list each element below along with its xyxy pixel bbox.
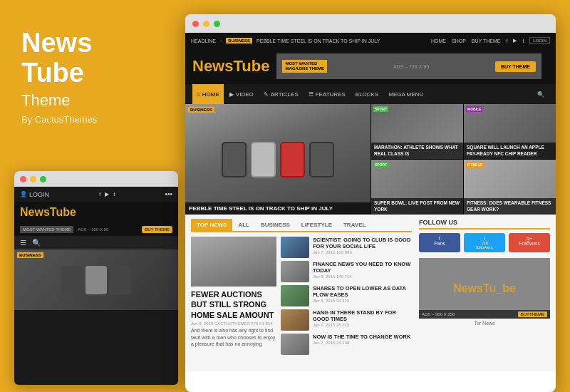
- nav-articles[interactable]: ✎ ARTICLES: [259, 84, 303, 104]
- tab-lifestyle[interactable]: LIFESTYLE: [296, 219, 338, 231]
- hero-card-2[interactable]: MOBILE SQUARE WILL LAUNCH AN APPLE PAY-R…: [464, 104, 556, 159]
- shop-link[interactable]: SHOP: [452, 38, 466, 43]
- small-articles: SCIENTIST: GOING TO CLUB IS GOOD FOR YOU…: [281, 237, 412, 355]
- login-nav[interactable]: LOGIN: [529, 37, 550, 44]
- hero-caption: PEBBLE TIME STEEL IS ON TRACK TO SHIP IN…: [185, 202, 370, 215]
- featured-article[interactable]: FEWER AUCTIONS BUT STILL STRONG HOME SAL…: [191, 237, 276, 351]
- hero-business-tag: BUSINESS: [188, 107, 214, 113]
- small-social-icons: f ▶ t: [99, 191, 115, 197]
- h-watch-3: [280, 142, 305, 177]
- main-content: TOP NEWS ALL BUSINESS LIFESTYLE TRAVEL F…: [191, 219, 412, 367]
- nav-home[interactable]: ⌂ HOME: [192, 84, 224, 104]
- nav-search[interactable]: 🔍: [533, 84, 549, 104]
- business-badge: BUSINESS: [226, 38, 252, 43]
- featured-meta: Jun 8, 2015 CACTUSTHEMES 275 51 814: [191, 321, 276, 326]
- article-2-img: [281, 261, 309, 282]
- tw-follow-btn[interactable]: t 130 followers: [464, 233, 505, 252]
- article-1-title: SCIENTIST: GOING TO CLUB IS GOOD FOR YOU…: [313, 237, 412, 249]
- mobile-tag: MOBILE: [466, 106, 482, 112]
- featured-title: FEWER AUCTIONS BUT STILL STRONG HOME SAL…: [191, 289, 276, 320]
- hero-card-4-title: FITNESS: DOES WEARABLE FITNESS GEAR WORK…: [464, 198, 556, 215]
- article-3-img: [281, 285, 309, 306]
- sidebar-buy-btn[interactable]: BUYTHEME: [518, 311, 547, 317]
- tab-top-news[interactable]: TOP NEWS: [191, 219, 232, 231]
- gp-follow-btn[interactable]: g+ Followers: [509, 233, 550, 252]
- small-ad-bar: MOST WANTED THEME ADS – 320 X 50 BUY THE…: [14, 223, 178, 236]
- article-4-meta: Jun 7, 2015 28 215: [313, 323, 412, 327]
- small-login-btn[interactable]: 👤 LOGIN: [20, 191, 49, 198]
- watch-3: [110, 266, 131, 294]
- featured-img: [191, 237, 276, 287]
- small-nav: ☰ 🔍: [14, 236, 178, 249]
- sport-tag-1: SPORT: [373, 106, 388, 112]
- large-browser: HEADLINE › BUSINESS PEBBLE TIME STEEL IS…: [185, 14, 556, 392]
- articles-icon: ✎: [264, 91, 269, 98]
- article-1-meta: Jun 7, 2015 100 806: [313, 250, 412, 254]
- article-2-title: FINANCE NEWS YOU NEED TO KNOW TODAY: [313, 261, 412, 274]
- headline-text: PEBBLE TIME STEEL IS ON TRACK TO SHIP IN…: [256, 38, 427, 43]
- buy-theme-btn[interactable]: BUY THEME: [495, 61, 536, 72]
- sport-tag-2: SPORT: [373, 162, 388, 167]
- small-titlebar: [14, 171, 178, 187]
- fb-nav[interactable]: f: [506, 38, 507, 43]
- lg-dot-red: [192, 21, 199, 27]
- article-1-img: [281, 237, 309, 258]
- hero-section: BUSINESS PEBBLE TIME STEEL IS ON TRACK T…: [185, 104, 556, 215]
- hamburger-icon[interactable]: ☰: [20, 239, 26, 247]
- headline-label: HEADLINE: [191, 38, 216, 43]
- left-title: News Tube: [21, 29, 164, 88]
- dot-green: [40, 176, 46, 182]
- nav-video[interactable]: ▶ VIDEO: [225, 84, 258, 104]
- tw-icon[interactable]: t: [113, 191, 115, 197]
- hero-card-1-title: MARATHON: ATHLETE SHOWS WHAT REAL CLASS …: [371, 143, 463, 159]
- search-icon: 🔍: [537, 91, 544, 98]
- small-logo: NewsTube: [20, 206, 76, 219]
- hero-card-4[interactable]: FITNESS FITNESS: DOES WEARABLE FITNESS G…: [464, 160, 556, 215]
- fb-icon[interactable]: f: [99, 191, 100, 197]
- nav-blocks[interactable]: BLOCKS: [351, 84, 383, 104]
- more-options[interactable]: •••: [165, 190, 172, 198]
- content-area: TOP NEWS ALL BUSINESS LIFESTYLE TRAVEL F…: [185, 215, 556, 371]
- article-4[interactable]: HANG IN THERE STAND BY FOR GOOD TIMES Ju…: [281, 309, 412, 331]
- yt-nav[interactable]: ▶: [513, 38, 517, 43]
- hero-watches-img: [185, 104, 370, 215]
- hero-card-1[interactable]: SPORT MARATHON: ATHLETE SHOWS WHAT REAL …: [371, 104, 463, 159]
- small-browser: 👤 LOGIN f ▶ t ••• NewsTube MOST WANTED T…: [14, 171, 178, 385]
- small-buy-btn[interactable]: BUY THEME: [142, 226, 172, 233]
- fitness-tag: FITNESS: [466, 162, 484, 167]
- watch-2: [86, 266, 107, 294]
- hero-card-3[interactable]: SPORT SUPER BOWL: LIVE POST FROM NEW YOR…: [371, 160, 463, 215]
- article-1[interactable]: SCIENTIST: GOING TO CLUB IS GOOD FOR YOU…: [281, 237, 412, 258]
- top-nav-links: HOME SHOP BUY THEME f ▶ t LOGIN: [431, 37, 550, 44]
- article-5[interactable]: NOW IS THE TIME TO CHANGE WORK Jun 7, 20…: [281, 334, 412, 355]
- sidebar-ad-logo: NewsTu_be: [453, 282, 516, 295]
- article-2-meta: Jun 8, 2015 148 714: [313, 274, 412, 279]
- tab-all[interactable]: ALL: [232, 219, 255, 231]
- sidebar-content: FOLLOW US f Fans t 130 followers g+ Foll…: [412, 219, 550, 367]
- hero-main[interactable]: BUSINESS PEBBLE TIME STEEL IS ON TRACK T…: [185, 104, 370, 215]
- small-ad-size: ADS – 320 X 50: [78, 227, 108, 232]
- small-topbar: 👤 LOGIN f ▶ t •••: [14, 187, 178, 202]
- header-ad-banner: MOST WANTED MAGAZINE THEME ADS – 728 X 9…: [276, 53, 542, 79]
- article-2[interactable]: FINANCE NEWS YOU NEED TO KNOW TODAY Jun …: [281, 261, 412, 282]
- article-3[interactable]: SHARES TO OPEN LOWER AS DATA FLOW EASES …: [281, 285, 412, 306]
- follow-us-widget: FOLLOW US f Fans t 130 followers g+ Foll…: [419, 219, 550, 252]
- tab-travel[interactable]: TRAVEL: [338, 219, 371, 231]
- buy-link[interactable]: BUY THEME: [472, 38, 501, 43]
- hero-right: SPORT MARATHON: ATHLETE SHOWS WHAT REAL …: [371, 104, 556, 215]
- nav-features[interactable]: ☰ FEATURES: [304, 84, 350, 104]
- tw-nav[interactable]: t: [522, 38, 524, 43]
- article-5-img: [281, 334, 309, 355]
- video-icon: ▶: [229, 91, 234, 98]
- h-watch-1: [222, 142, 247, 177]
- social-follow-btns: f Fans t 130 followers g+ Followers: [419, 233, 550, 252]
- lg-dot-yellow: [203, 21, 209, 27]
- dot-yellow: [30, 176, 36, 182]
- nav-mega-menu[interactable]: MEGA MENU: [384, 84, 428, 104]
- tab-business[interactable]: BUSINESS: [255, 219, 296, 231]
- fb-follow-btn[interactable]: f Fans: [419, 233, 460, 252]
- home-link[interactable]: HOME: [431, 38, 446, 43]
- small-search-icon[interactable]: 🔍: [32, 239, 41, 247]
- yt-icon[interactable]: ▶: [105, 191, 109, 197]
- lg-logo: NewsTube: [192, 57, 269, 76]
